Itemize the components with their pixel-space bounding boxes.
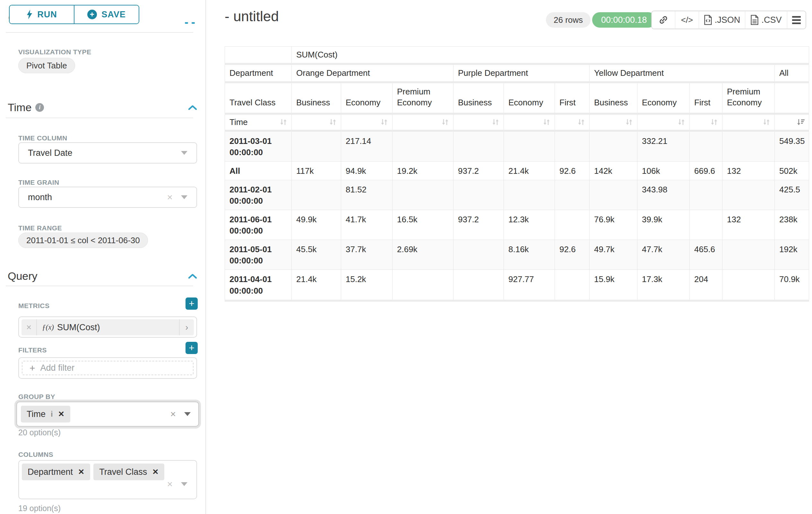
- sort-button[interactable]: [677, 118, 686, 126]
- remove-chip-icon[interactable]: ✕: [58, 410, 64, 418]
- time-range-pill[interactable]: 2011-01-01 ≤ col < 2011-06-30: [18, 233, 148, 248]
- row-count-badge: 26 rows: [546, 12, 590, 28]
- sort-descending-icon: [796, 118, 805, 126]
- add-filter-label: Add filter: [40, 363, 75, 373]
- columns-options-hint: 19 option(s): [18, 504, 61, 513]
- clear-icon[interactable]: ×: [167, 479, 173, 489]
- sort-button[interactable]: [279, 118, 288, 126]
- export-button-group: </> .JSON .CSV: [651, 10, 806, 29]
- control-panel-sidebar: Chart Type RUN + SAVE VISUALIZATION TYPE…: [0, 0, 205, 514]
- clear-icon[interactable]: ×: [170, 409, 176, 419]
- sort-header-cell: [555, 114, 589, 131]
- chevron-up-icon[interactable]: [187, 105, 198, 110]
- remove-metric-icon[interactable]: ×: [22, 319, 37, 335]
- chip-label: Time: [27, 409, 46, 419]
- add-filter-button[interactable]: + Add filter: [22, 361, 194, 375]
- time-range-label: TIME RANGE: [18, 224, 62, 232]
- sort-header-cell: [504, 114, 555, 131]
- value-cell: 937.2: [454, 210, 504, 240]
- value-cell: 502k: [775, 161, 809, 180]
- sort-button[interactable]: [380, 118, 388, 126]
- function-icon: ƒ(x): [42, 323, 54, 331]
- pivot-table-container: SUM(Cost)DepartmentOrange DepartmentPurp…: [225, 46, 809, 302]
- group-by-select[interactable]: Time i ✕ ×: [17, 402, 199, 427]
- value-cell: 117k: [292, 161, 341, 180]
- chevron-up-icon[interactable]: [187, 273, 198, 279]
- chevron-down-icon[interactable]: [181, 151, 187, 155]
- sort-toggle-icon: [329, 118, 337, 126]
- add-filter-plus-button[interactable]: +: [185, 342, 198, 354]
- time-grain-select[interactable]: month ×: [18, 187, 197, 208]
- sort-button[interactable]: [491, 118, 500, 126]
- travel-class-axis-label: Travel Class: [225, 82, 292, 114]
- value-cell: 16.5k: [393, 210, 454, 240]
- remove-chip-icon[interactable]: ✕: [78, 467, 84, 477]
- metrics-label: METRICS: [18, 302, 50, 310]
- metric-pill[interactable]: × ƒ(x) SUM(Cost) ›: [22, 319, 194, 335]
- sort-button[interactable]: [625, 118, 633, 126]
- more-options-button[interactable]: [787, 11, 806, 29]
- value-cell: 39.9k: [637, 210, 690, 240]
- sort-button[interactable]: [796, 118, 805, 126]
- row-label-cell: 2011-06-01 00:00:00: [225, 210, 292, 240]
- sort-button[interactable]: [762, 118, 771, 126]
- value-cell: 106k: [637, 161, 690, 180]
- time-column-select[interactable]: Travel Date: [18, 142, 197, 164]
- chip-label: Department: [28, 467, 73, 477]
- chevron-down-icon[interactable]: [181, 482, 187, 486]
- value-cell: 37.7k: [341, 240, 393, 270]
- row-label-cell: 2011-05-01 00:00:00: [225, 240, 292, 270]
- value-cell: 70.9k: [775, 270, 809, 301]
- columns-select[interactable]: Department ✕ Travel Class ✕ ×: [18, 460, 197, 499]
- value-cell: 217.14: [341, 131, 393, 162]
- sort-button[interactable]: [577, 118, 585, 126]
- chevron-up-icon: [192, 22, 195, 24]
- value-cell: [722, 270, 775, 301]
- chevron-right-icon[interactable]: ›: [179, 319, 194, 335]
- save-button[interactable]: + SAVE: [75, 5, 139, 23]
- export-json-button[interactable]: .JSON: [699, 11, 745, 29]
- sort-button[interactable]: [329, 118, 337, 126]
- add-metric-button[interactable]: +: [185, 297, 198, 310]
- chevron-down-icon[interactable]: [184, 412, 191, 416]
- value-cell: 425.5: [775, 180, 809, 210]
- plus-circle-icon: +: [87, 10, 97, 19]
- value-cell: 19.2k: [393, 161, 454, 180]
- sort-toggle-icon: [380, 118, 388, 126]
- copy-link-button[interactable]: [652, 11, 675, 29]
- value-cell: 47.7k: [637, 240, 690, 270]
- clear-icon[interactable]: ×: [167, 192, 173, 202]
- columns-chip-travel-class[interactable]: Travel Class ✕: [93, 464, 164, 480]
- row-label-cell: 2011-03-01 00:00:00: [225, 131, 292, 162]
- group-by-chip-time[interactable]: Time i ✕: [21, 406, 70, 423]
- value-cell: [555, 270, 589, 301]
- travel-class-header-cell: Business: [589, 82, 637, 114]
- value-cell: 49.7k: [589, 240, 637, 270]
- filters-label: FILTERS: [18, 346, 47, 354]
- chevron-down-icon[interactable]: [181, 195, 187, 199]
- export-csv-button[interactable]: .CSV: [745, 11, 787, 29]
- sort-toggle-icon: [625, 118, 633, 126]
- value-cell: 937.2: [454, 161, 504, 180]
- sort-toggle-icon: [710, 118, 718, 126]
- time-section-header[interactable]: Time i: [8, 101, 198, 114]
- remove-chip-icon[interactable]: ✕: [152, 467, 158, 477]
- visualization-type-pill[interactable]: Pivot Table: [18, 58, 75, 73]
- section-divider: [6, 117, 193, 118]
- sort-button[interactable]: [710, 118, 718, 126]
- sort-button[interactable]: [543, 118, 551, 126]
- time-column-value: Travel Date: [28, 148, 72, 158]
- run-button[interactable]: RUN: [10, 5, 74, 23]
- value-cell: 12.3k: [504, 210, 555, 240]
- query-section-header[interactable]: Query: [8, 270, 198, 282]
- value-cell: 92.6: [555, 240, 589, 270]
- value-cell: [292, 180, 341, 210]
- json-button-label: .JSON: [715, 15, 741, 25]
- sort-button[interactable]: [441, 118, 449, 126]
- view-query-button[interactable]: </>: [675, 11, 699, 29]
- travel-class-header-cell: Premium Economy: [722, 82, 775, 114]
- columns-chip-department[interactable]: Department ✕: [22, 464, 90, 480]
- sort-header-cell: [775, 114, 809, 131]
- value-cell: 343.98: [637, 180, 690, 210]
- travel-class-header-cell: Business: [292, 82, 341, 114]
